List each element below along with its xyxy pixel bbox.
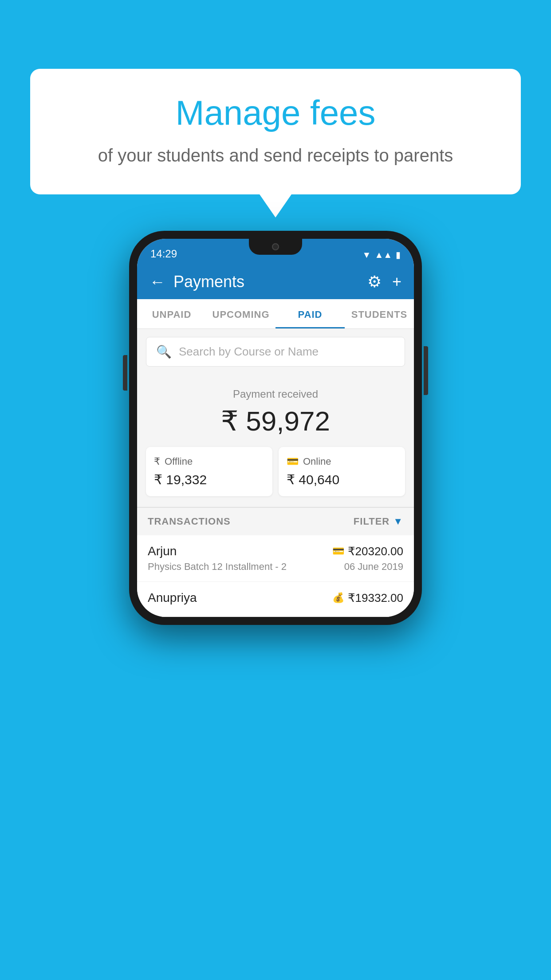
offline-card-header: ₹ Offline	[154, 456, 264, 467]
app-header: ← Payments ⚙ +	[137, 265, 414, 299]
status-time: 14:29	[150, 248, 177, 260]
rupee-box-icon: 💰	[332, 592, 344, 604]
transaction-amount: 💳 ₹20320.00	[332, 545, 403, 558]
phone-inner: 14:29 ▼ ▲▲ ▮ ← Payments ⚙ +	[137, 239, 414, 617]
online-label: Online	[303, 456, 331, 467]
table-row[interactable]: Arjun 💳 ₹20320.00 Physics Batch 12 Insta…	[137, 535, 414, 582]
tab-students[interactable]: STUDENTS	[345, 299, 414, 328]
signal-icon: ▲▲	[374, 250, 392, 260]
battery-icon: ▮	[396, 249, 401, 260]
header-right: ⚙ +	[367, 273, 401, 291]
payment-total-amount: ₹ 59,972	[146, 405, 405, 437]
transaction-amount: 💰 ₹19332.00	[332, 591, 403, 605]
transactions-label: TRANSACTIONS	[148, 516, 231, 527]
transaction-bottom-row: Physics Batch 12 Installment - 2 06 June…	[148, 561, 403, 573]
credit-card-icon: 💳	[287, 456, 299, 467]
camera	[272, 243, 279, 250]
page-title: Payments	[173, 273, 244, 291]
online-card: 💳 Online ₹ 40,640	[279, 447, 405, 496]
speech-bubble: Manage fees of your students and send re…	[30, 69, 521, 194]
rupee-note-icon: ₹	[154, 456, 160, 467]
back-button[interactable]: ←	[150, 273, 165, 291]
header-left: ← Payments	[150, 273, 244, 291]
search-bar[interactable]: 🔍 Search by Course or Name	[146, 337, 405, 367]
course-name: Physics Batch 12 Installment - 2	[148, 561, 287, 573]
phone-mockup: 14:29 ▼ ▲▲ ▮ ← Payments ⚙ +	[129, 231, 422, 625]
filter-icon: ▼	[393, 516, 403, 527]
student-name: Arjun	[148, 544, 177, 558]
table-row[interactable]: Anupriya 💰 ₹19332.00	[137, 582, 414, 617]
online-amount: ₹ 40,640	[287, 472, 397, 487]
bubble-subtitle: of your students and send receipts to pa…	[57, 143, 494, 168]
transaction-date: 06 June 2019	[344, 561, 403, 573]
add-button[interactable]: +	[392, 273, 401, 291]
transaction-top-row: Anupriya 💰 ₹19332.00	[148, 591, 403, 605]
payment-label: Payment received	[146, 388, 405, 400]
tab-upcoming[interactable]: UPCOMING	[206, 299, 276, 328]
status-icons: ▼ ▲▲ ▮	[362, 249, 401, 260]
transactions-header: TRANSACTIONS FILTER ▼	[137, 507, 414, 535]
settings-icon[interactable]: ⚙	[367, 273, 382, 291]
filter-button[interactable]: FILTER ▼	[354, 516, 403, 527]
offline-label: Offline	[165, 456, 193, 467]
speech-bubble-container: Manage fees of your students and send re…	[30, 69, 521, 194]
card-icon: 💳	[332, 545, 344, 557]
offline-card: ₹ Offline ₹ 19,332	[146, 447, 272, 496]
tab-paid[interactable]: PAID	[276, 299, 345, 328]
transaction-top-row: Arjun 💳 ₹20320.00	[148, 544, 403, 558]
offline-amount: ₹ 19,332	[154, 472, 264, 487]
phone-outer: 14:29 ▼ ▲▲ ▮ ← Payments ⚙ +	[129, 231, 422, 625]
search-icon: 🔍	[156, 344, 172, 359]
payment-received-section: Payment received ₹ 59,972 ₹ Offline ₹ 19…	[137, 375, 414, 507]
search-placeholder: Search by Course or Name	[179, 345, 319, 359]
online-card-header: 💳 Online	[287, 456, 397, 467]
wifi-icon: ▼	[362, 250, 371, 260]
bubble-title: Manage fees	[57, 93, 494, 133]
payment-cards: ₹ Offline ₹ 19,332 💳 Online ₹ 40,640	[146, 447, 405, 496]
tabs-container: UNPAID UPCOMING PAID STUDENTS	[137, 299, 414, 329]
search-container: 🔍 Search by Course or Name	[137, 329, 414, 375]
filter-label: FILTER	[354, 516, 390, 527]
tab-unpaid[interactable]: UNPAID	[137, 299, 206, 328]
student-name: Anupriya	[148, 591, 197, 605]
phone-notch	[249, 239, 302, 255]
